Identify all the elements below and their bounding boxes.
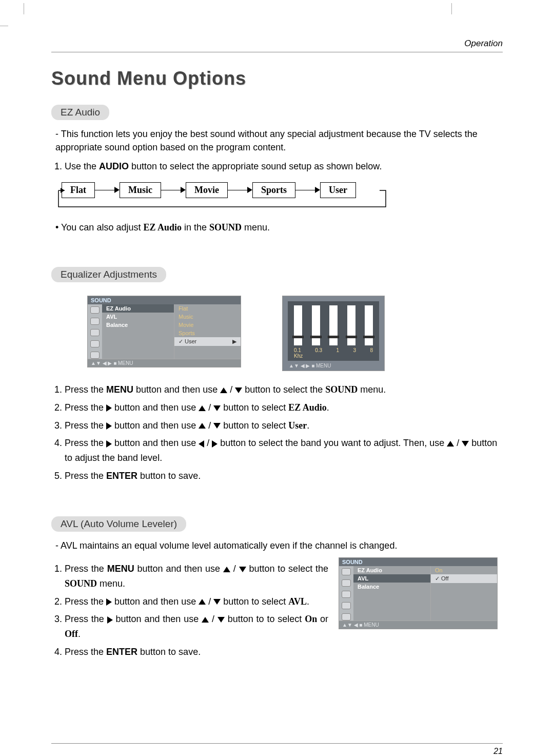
osd-category-icon [90, 352, 100, 359]
left-icon [199, 440, 204, 448]
flow-box-music: Music [120, 182, 161, 198]
eq-band-label: 0.3 [315, 347, 322, 353]
text: Press the [65, 647, 106, 657]
text: menu. [242, 222, 270, 232]
osd-icon-column [88, 304, 102, 359]
text: Press the [65, 438, 106, 448]
eq-step-4: Press the button and then use / button t… [65, 436, 503, 466]
text: button to select [221, 420, 288, 431]
osd-item-avl: AVL [102, 313, 174, 321]
eq-bar [294, 305, 302, 345]
text: button to select the appropriate sound s… [129, 161, 382, 171]
up-icon [202, 617, 209, 623]
avl-step-1: Press the MENU button and then use / but… [65, 561, 328, 591]
text: Press the [65, 402, 106, 413]
text: button to select the [246, 564, 328, 574]
text: button to save. [137, 647, 201, 657]
osd-sound-menu-equalizer: SOUND EZ Audio AVL Balance Flat [87, 296, 241, 367]
osd-item-ezaudio: EZ Audio [353, 566, 430, 574]
osd-option-column: On Off [430, 566, 497, 621]
text: . [327, 402, 329, 413]
term: EZ Audio [143, 222, 182, 232]
arrow-icon [228, 187, 252, 193]
osd-footer: ▲▼ ◀ ■ MENU [339, 621, 497, 629]
text: button to select [221, 596, 288, 607]
crop-mark [0, 26, 8, 26]
flow-box-flat: Flat [62, 182, 95, 198]
osd-category-icon [342, 591, 351, 598]
text: button to to select [225, 614, 305, 624]
osd-option-off: Off [431, 574, 497, 583]
osd-option-music: Music [174, 313, 241, 321]
down-icon [462, 441, 469, 447]
page-number: 21 [493, 747, 503, 755]
text: Press the [65, 596, 106, 607]
subsection-heading-equalizer: Equalizer Adjustments [51, 267, 166, 282]
osd-item-balance: Balance [353, 583, 430, 591]
term: Off [65, 629, 78, 639]
right-icon [212, 440, 217, 448]
page-footer: 21 [51, 743, 503, 756]
text: Use the [65, 161, 99, 171]
avl-steps: Press the MENU button and then use / but… [51, 561, 328, 660]
osd-option-flat: Flat [174, 304, 241, 313]
eq-band-label: 1 [337, 347, 340, 353]
up-icon [199, 599, 206, 605]
osd-option-movie: Movie [174, 321, 241, 329]
eq-step-1: Press the MENU button and then use / but… [65, 382, 503, 397]
page-title: Sound Menu Options [51, 68, 503, 89]
flow-box-movie: Movie [186, 182, 228, 198]
eq-band-labels: 0.1 0.3 1 3 8 [288, 346, 379, 353]
button-name: ENTER [106, 471, 137, 481]
osd-category-icon [342, 568, 351, 575]
term: User [288, 420, 307, 431]
term: EZ Audio [288, 402, 327, 413]
ez-audio-steps: Use the AUDIO button to select the appro… [51, 159, 503, 174]
osd-title: SOUND [339, 558, 497, 566]
text: • You can also adjust [55, 222, 143, 232]
up-icon [220, 387, 227, 393]
eq-band-label: 0.1 [294, 347, 301, 353]
avl-description: - AVL maintains an equal volume level au… [55, 539, 503, 552]
avl-step-4: Press the ENTER button to save. [65, 645, 328, 660]
right-icon [106, 422, 112, 430]
equalizer-steps: Press the MENU button and then use / but… [51, 382, 503, 483]
up-icon [447, 441, 454, 447]
text: button to select the [242, 384, 325, 395]
text: button and then use [112, 420, 199, 431]
equalizer-bars [288, 301, 379, 346]
button-name: MENU [106, 384, 133, 395]
text: . [307, 420, 309, 431]
eq-slider-handle [310, 336, 322, 338]
right-icon [106, 598, 112, 606]
avl-step-2: Press the button and then use / button t… [65, 594, 328, 609]
ez-audio-flow: Flat Music Movie Sports User [51, 182, 503, 219]
osd-option-label: Off [435, 575, 449, 582]
osd-category-icon [342, 602, 351, 609]
osd-main-column: EZ Audio AVL Balance [102, 304, 174, 359]
text: Press the [65, 420, 106, 431]
eq-footer: ▲▼ ◀ ▶ ■ MENU [288, 361, 379, 369]
eq-bar [347, 305, 355, 345]
up-icon [223, 567, 230, 572]
eq-band-label: 3 [353, 347, 357, 353]
eq-bar [329, 305, 338, 345]
text: button and then use [112, 402, 199, 413]
flow-box-user: User [320, 182, 356, 198]
text: . [307, 596, 309, 607]
osd-option-column: Flat Music Movie Sports User▶ [174, 304, 241, 359]
arrow-icon [95, 187, 120, 193]
down-icon [213, 599, 221, 605]
term: SOUND [65, 578, 97, 589]
osd-category-icon [90, 329, 100, 336]
term: SOUND [209, 222, 242, 232]
down-icon [217, 617, 225, 623]
text: menu. [97, 578, 125, 589]
chevron-right-icon: ▶ [232, 338, 236, 345]
text: button to select the band you want to ad… [217, 438, 447, 448]
equalizer-panel: 0.1 0.3 1 3 8 Khz ▲▼ ◀ ▶ ■ MENU [282, 296, 385, 371]
text: button and then use [112, 438, 199, 448]
down-icon [239, 567, 246, 572]
osd-item-ezaudio: EZ Audio [102, 304, 174, 313]
eq-slider-handle [328, 336, 339, 338]
